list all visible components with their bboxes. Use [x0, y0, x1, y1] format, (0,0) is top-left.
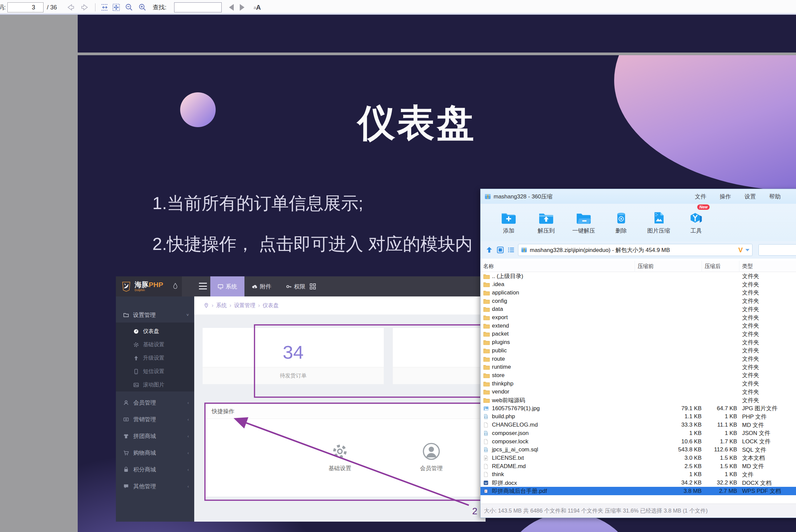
menu-toggle-icon	[199, 283, 207, 289]
zip-toolbar-图片压缩[interactable]: 图片压缩	[640, 204, 677, 241]
find-input[interactable]	[174, 2, 222, 12]
file-type: DOCX 文档	[742, 479, 772, 487]
file-name: plugins	[492, 339, 510, 346]
zip-file-row[interactable]: data文件夹	[481, 305, 796, 314]
file-type: 文件夹	[742, 305, 759, 313]
file-name: think	[492, 471, 504, 478]
zip-column-header-名称[interactable]: 名称	[481, 261, 635, 272]
zip-toolbar-解压到[interactable]: 解压到	[527, 204, 565, 241]
prev-result-icon[interactable]	[227, 3, 236, 12]
zip-toolbar-工具[interactable]: 工具New	[677, 204, 715, 241]
zip-file-row[interactable]: packet文件夹	[481, 330, 796, 338]
zoom-in-icon[interactable]	[137, 3, 147, 12]
up-directory-icon[interactable]	[485, 246, 493, 254]
zip-file-row[interactable]: extend文件夹	[481, 322, 796, 330]
sidebar-item-会员管理: 会员管理‹	[116, 394, 194, 411]
zip-titlebar[interactable]: mashang328 - 360压缩 文件操作设置帮助	[481, 189, 796, 204]
zip-search-input[interactable]	[759, 244, 796, 255]
zip-file-row[interactable]: composer.lock10.6 KB1.7 KBLOCK 文件	[481, 437, 796, 446]
zip-file-row[interactable]: route文件夹	[481, 355, 796, 363]
quick-actions-panel: 快捷操作 基础设置会员管理拼团商品	[205, 404, 486, 496]
breadcrumb-item-仪表盘: 仪表盘	[263, 302, 278, 309]
list-view-icon[interactable]	[507, 246, 515, 254]
size-after: 11.1 KB	[668, 422, 737, 428]
zip-file-row[interactable]: CHANGELOG.md33.3 KB11.1 KBMD 文件	[481, 421, 796, 429]
file-name: packet	[492, 330, 509, 337]
folder-icon	[483, 273, 490, 279]
zip-toolbar-一键解压[interactable]: 一键解压	[565, 204, 602, 241]
zip-file-row[interactable]: 1605757679(1).jpg79.1 KB64.7 KBJPG 图片文件	[481, 404, 796, 413]
cloud-icon	[252, 284, 257, 289]
file-name: .. (上级目录)	[492, 272, 523, 280]
file-type: 文件夹	[742, 347, 759, 354]
zip-column-header-类型[interactable]: 类型	[739, 261, 796, 272]
next-result-icon[interactable]	[237, 3, 247, 12]
zip-column-header-压缩前[interactable]: 压缩前	[635, 261, 702, 272]
zip-menu-item-帮助[interactable]: 帮助	[769, 193, 781, 201]
zip-file-row[interactable]: export文件夹	[481, 314, 796, 322]
zip-file-row[interactable]: .idea文件夹	[481, 280, 796, 289]
sidebar-item-settings: 设置管理 ˅	[116, 307, 194, 323]
zip-file-row[interactable]: composer.json1 KB1 KBJSON 文件	[481, 429, 796, 437]
zip-file-row[interactable]: plugins文件夹	[481, 338, 796, 347]
back-icon[interactable]	[66, 3, 76, 12]
zip-file-row[interactable]: .. (上级目录)文件夹	[481, 272, 796, 280]
stat-label: 待发货订单	[280, 373, 307, 379]
zoom-out-icon[interactable]	[124, 3, 134, 12]
chevron-left-icon: ‹	[187, 434, 189, 439]
file-file-icon	[483, 422, 490, 428]
zip-file-row[interactable]: web前端源码文件夹	[481, 396, 796, 404]
cart-icon	[123, 450, 129, 456]
sidebar-item-购物商城: 购物商城‹	[116, 444, 194, 461]
zip-file-row[interactable]: application文件夹	[481, 288, 796, 297]
zip-column-header-压缩后[interactable]: 压缩后	[702, 261, 739, 272]
match-case-icon[interactable]: aA	[251, 3, 264, 12]
zip-file-row[interactable]: store文件夹	[481, 371, 796, 379]
zip-toolbar-添加[interactable]: 添加	[490, 204, 527, 241]
zip-file-row[interactable]: runtime文件夹	[481, 363, 796, 372]
file-name: application	[492, 289, 519, 296]
zip-file-row[interactable]: jpcs_jj_ai_com.sql543.8 KB112.6 KBSQL 文件	[481, 446, 796, 454]
zip-address-input[interactable]: mashang328.zip\jipin(pindeduo) - 解包大小为 4…	[518, 244, 753, 256]
stat-card-pending-ship: 34 待发货订单	[203, 328, 384, 384]
droplet-icon	[173, 282, 178, 290]
zip-file-row[interactable]: build.php1.1 KB1 KBPHP 文件	[481, 413, 796, 421]
zip-file-row[interactable]: LICENSE.txt3.0 KB1.5 KB文本文档	[481, 454, 796, 462]
zip-file-icon	[521, 247, 527, 253]
zip-file-row[interactable]: README.md2.5 KB1.5 KBMD 文件	[481, 462, 796, 471]
zip-toolbar-label: 一键解压	[572, 227, 595, 234]
file-name: config	[492, 298, 507, 304]
address-dropdown-icon[interactable]	[745, 249, 749, 251]
file-file-icon	[483, 463, 490, 470]
zip-menu-item-设置[interactable]: 设置	[744, 193, 756, 201]
zip-file-row[interactable]: config文件夹	[481, 297, 796, 305]
file-name: data	[492, 306, 503, 312]
admin-nav-权限: 权限	[278, 277, 313, 297]
svg-text:P: P	[485, 490, 487, 492]
view-mode-icon[interactable]	[496, 246, 504, 254]
quick-actions-title: 快捷操作	[205, 404, 486, 419]
zip-file-row[interactable]: think1 KB1 KB文件	[481, 471, 796, 479]
zip-file-row[interactable]: P即拼商城后台手册.pdf3.8 MB2.7 MBWPS PDF 文档	[481, 487, 796, 495]
fit-width-icon[interactable]	[100, 3, 110, 12]
zip-toolbar-删除[interactable]: 删除	[602, 204, 640, 241]
fit-page-icon[interactable]	[111, 3, 121, 12]
zip-file-row[interactable]: public文件夹	[481, 346, 796, 355]
file-type: JSON 文件	[742, 429, 770, 437]
zip-file-row[interactable]: vendor文件夹	[481, 388, 796, 396]
zip-file-row[interactable]: thinkphp文件夹	[481, 379, 796, 388]
zip-file-row[interactable]: W即拼.docx34.2 KB32.2 KBDOCX 文档	[481, 479, 796, 487]
file-name: thinkphp	[492, 380, 513, 387]
zip-window: mashang328 - 360压缩 文件操作设置帮助 添加解压到一键解压删除图…	[480, 189, 796, 518]
zip-menu-item-操作[interactable]: 操作	[720, 193, 731, 201]
forward-icon[interactable]	[80, 3, 90, 12]
zip-current-path: mashang328.zip\jipin(pindeduo) - 解包大小为 4…	[530, 246, 736, 254]
page-number-input[interactable]	[7, 2, 43, 12]
file-type: WPS PDF 文档	[742, 487, 781, 495]
nav-label: 附件	[260, 283, 271, 290]
zip-menu-item-文件[interactable]: 文件	[695, 193, 706, 201]
file-type: 文件夹	[742, 397, 759, 404]
pdf-toolbar: 码: / 36 查找: aA	[0, 0, 796, 15]
size-after: 1.5 KB	[668, 463, 737, 470]
find-label: 查找:	[153, 0, 166, 15]
